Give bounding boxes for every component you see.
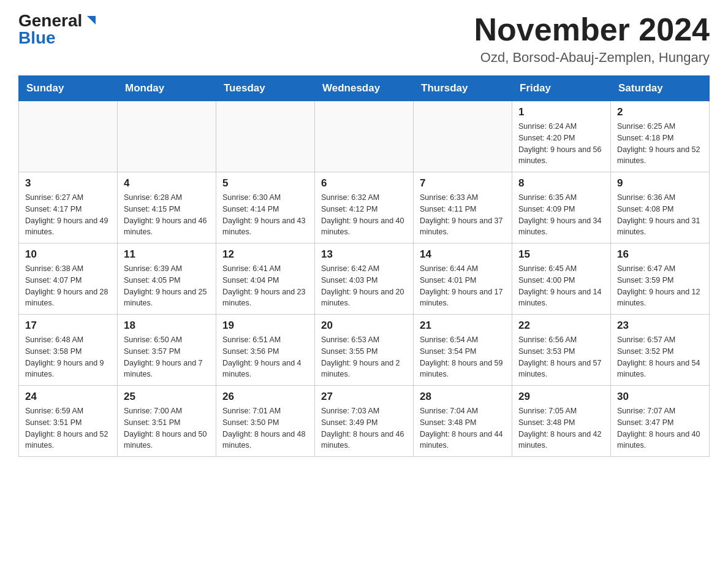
day-number: 18	[124, 320, 210, 332]
day-number: 29	[518, 391, 604, 403]
day-info: Sunrise: 7:07 AM Sunset: 3:47 PM Dayligh…	[617, 405, 703, 451]
day-number: 10	[25, 248, 111, 261]
calendar-cell: 26Sunrise: 7:01 AM Sunset: 3:50 PM Dayli…	[216, 386, 315, 457]
calendar-cell: 16Sunrise: 6:47 AM Sunset: 3:59 PM Dayli…	[611, 243, 710, 315]
calendar-cell: 21Sunrise: 6:54 AM Sunset: 3:54 PM Dayli…	[414, 315, 512, 386]
logo-general-text: General	[18, 12, 82, 29]
calendar-cell: 23Sunrise: 6:57 AM Sunset: 3:52 PM Dayli…	[611, 315, 710, 386]
column-header-friday: Friday	[512, 76, 611, 101]
calendar-cell: 12Sunrise: 6:41 AM Sunset: 4:04 PM Dayli…	[216, 243, 315, 315]
title-area: November 2024 Ozd, Borsod-Abauj-Zemplen,…	[474, 12, 710, 66]
calendar-cell	[216, 101, 315, 172]
day-info: Sunrise: 7:05 AM Sunset: 3:48 PM Dayligh…	[518, 405, 604, 451]
calendar-cell: 13Sunrise: 6:42 AM Sunset: 4:03 PM Dayli…	[315, 243, 414, 315]
day-number: 12	[222, 248, 308, 261]
calendar-cell: 15Sunrise: 6:45 AM Sunset: 4:00 PM Dayli…	[512, 243, 611, 315]
calendar-cell: 27Sunrise: 7:03 AM Sunset: 3:49 PM Dayli…	[315, 386, 414, 457]
day-info: Sunrise: 6:54 AM Sunset: 3:54 PM Dayligh…	[420, 334, 506, 380]
day-number: 19	[222, 320, 308, 332]
day-number: 9	[617, 177, 703, 190]
day-info: Sunrise: 6:36 AM Sunset: 4:08 PM Dayligh…	[617, 192, 703, 238]
day-info: Sunrise: 6:51 AM Sunset: 3:56 PM Dayligh…	[222, 334, 308, 380]
column-header-sunday: Sunday	[19, 76, 118, 101]
calendar-cell: 24Sunrise: 6:59 AM Sunset: 3:51 PM Dayli…	[19, 386, 118, 457]
calendar-cell: 19Sunrise: 6:51 AM Sunset: 3:56 PM Dayli…	[216, 315, 315, 386]
days-header-row: SundayMondayTuesdayWednesdayThursdayFrid…	[19, 76, 710, 101]
week-row-1: 1Sunrise: 6:24 AM Sunset: 4:20 PM Daylig…	[19, 101, 710, 172]
day-number: 25	[124, 391, 210, 403]
day-number: 30	[617, 391, 703, 403]
day-info: Sunrise: 6:57 AM Sunset: 3:52 PM Dayligh…	[617, 334, 703, 380]
logo-triangle-icon	[83, 13, 97, 27]
day-number: 15	[518, 248, 604, 261]
day-number: 3	[25, 177, 111, 190]
day-number: 7	[420, 177, 506, 190]
day-info: Sunrise: 6:53 AM Sunset: 3:55 PM Dayligh…	[321, 334, 407, 380]
day-number: 5	[222, 177, 308, 190]
calendar-cell: 9Sunrise: 6:36 AM Sunset: 4:08 PM Daylig…	[611, 172, 710, 243]
day-info: Sunrise: 6:39 AM Sunset: 4:05 PM Dayligh…	[124, 263, 210, 309]
month-title: November 2024	[474, 12, 710, 47]
day-info: Sunrise: 6:59 AM Sunset: 3:51 PM Dayligh…	[25, 405, 111, 451]
calendar-cell: 6Sunrise: 6:32 AM Sunset: 4:12 PM Daylig…	[315, 172, 414, 243]
day-number: 2	[617, 106, 703, 118]
day-info: Sunrise: 7:03 AM Sunset: 3:49 PM Dayligh…	[321, 405, 407, 451]
calendar-cell	[414, 101, 512, 172]
day-number: 21	[420, 320, 506, 332]
day-number: 26	[222, 391, 308, 403]
day-number: 1	[518, 106, 604, 118]
day-info: Sunrise: 6:27 AM Sunset: 4:17 PM Dayligh…	[25, 192, 111, 238]
day-number: 11	[124, 248, 210, 261]
day-number: 6	[321, 177, 407, 190]
day-info: Sunrise: 7:00 AM Sunset: 3:51 PM Dayligh…	[124, 405, 210, 451]
day-info: Sunrise: 6:47 AM Sunset: 3:59 PM Dayligh…	[617, 263, 703, 309]
calendar-cell: 22Sunrise: 6:56 AM Sunset: 3:53 PM Dayli…	[512, 315, 611, 386]
calendar-cell: 3Sunrise: 6:27 AM Sunset: 4:17 PM Daylig…	[19, 172, 118, 243]
day-info: Sunrise: 6:44 AM Sunset: 4:01 PM Dayligh…	[420, 263, 506, 309]
column-header-tuesday: Tuesday	[216, 76, 315, 101]
column-header-wednesday: Wednesday	[315, 76, 414, 101]
calendar-cell: 20Sunrise: 6:53 AM Sunset: 3:55 PM Dayli…	[315, 315, 414, 386]
day-info: Sunrise: 6:30 AM Sunset: 4:14 PM Dayligh…	[222, 192, 308, 238]
calendar-cell: 29Sunrise: 7:05 AM Sunset: 3:48 PM Dayli…	[512, 386, 611, 457]
day-info: Sunrise: 6:32 AM Sunset: 4:12 PM Dayligh…	[321, 192, 407, 238]
week-row-3: 10Sunrise: 6:38 AM Sunset: 4:07 PM Dayli…	[19, 243, 710, 315]
calendar-table: SundayMondayTuesdayWednesdayThursdayFrid…	[18, 75, 710, 457]
day-number: 16	[617, 248, 703, 261]
week-row-2: 3Sunrise: 6:27 AM Sunset: 4:17 PM Daylig…	[19, 172, 710, 243]
day-number: 8	[518, 177, 604, 190]
day-info: Sunrise: 6:56 AM Sunset: 3:53 PM Dayligh…	[518, 334, 604, 380]
day-info: Sunrise: 7:01 AM Sunset: 3:50 PM Dayligh…	[222, 405, 308, 451]
calendar-cell: 18Sunrise: 6:50 AM Sunset: 3:57 PM Dayli…	[118, 315, 216, 386]
calendar-cell: 11Sunrise: 6:39 AM Sunset: 4:05 PM Dayli…	[118, 243, 216, 315]
calendar-cell: 4Sunrise: 6:28 AM Sunset: 4:15 PM Daylig…	[118, 172, 216, 243]
header: General Blue November 2024 Ozd, Borsod-A…	[18, 12, 710, 66]
calendar-cell: 17Sunrise: 6:48 AM Sunset: 3:58 PM Dayli…	[19, 315, 118, 386]
column-header-monday: Monday	[118, 76, 216, 101]
day-number: 17	[25, 320, 111, 332]
calendar-cell: 7Sunrise: 6:33 AM Sunset: 4:11 PM Daylig…	[414, 172, 512, 243]
day-info: Sunrise: 6:35 AM Sunset: 4:09 PM Dayligh…	[518, 192, 604, 238]
day-number: 4	[124, 177, 210, 190]
day-info: Sunrise: 6:41 AM Sunset: 4:04 PM Dayligh…	[222, 263, 308, 309]
column-header-saturday: Saturday	[611, 76, 710, 101]
calendar-cell: 5Sunrise: 6:30 AM Sunset: 4:14 PM Daylig…	[216, 172, 315, 243]
day-number: 23	[617, 320, 703, 332]
calendar-cell	[19, 101, 118, 172]
calendar-cell: 1Sunrise: 6:24 AM Sunset: 4:20 PM Daylig…	[512, 101, 611, 172]
day-info: Sunrise: 6:42 AM Sunset: 4:03 PM Dayligh…	[321, 263, 407, 309]
day-info: Sunrise: 7:04 AM Sunset: 3:48 PM Dayligh…	[420, 405, 506, 451]
day-number: 22	[518, 320, 604, 332]
day-info: Sunrise: 6:33 AM Sunset: 4:11 PM Dayligh…	[420, 192, 506, 238]
location-subtitle: Ozd, Borsod-Abauj-Zemplen, Hungary	[474, 50, 710, 66]
day-number: 20	[321, 320, 407, 332]
calendar-cell: 30Sunrise: 7:07 AM Sunset: 3:47 PM Dayli…	[611, 386, 710, 457]
calendar-cell	[118, 101, 216, 172]
svg-marker-0	[87, 16, 96, 25]
day-number: 27	[321, 391, 407, 403]
day-info: Sunrise: 6:50 AM Sunset: 3:57 PM Dayligh…	[124, 334, 210, 380]
day-info: Sunrise: 6:25 AM Sunset: 4:18 PM Dayligh…	[617, 121, 703, 167]
day-number: 24	[25, 391, 111, 403]
day-number: 28	[420, 391, 506, 403]
calendar-cell: 2Sunrise: 6:25 AM Sunset: 4:18 PM Daylig…	[611, 101, 710, 172]
